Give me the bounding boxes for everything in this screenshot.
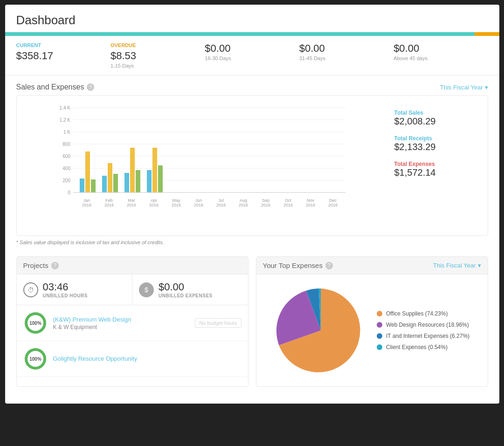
client-expenses-dot: [377, 344, 382, 350]
sales-expenses-title: Sales and Expenses ?: [16, 83, 95, 91]
aging-overdue-sublabel: 1-15 Days: [110, 63, 195, 69]
bar-jan-receipts: [85, 151, 90, 192]
aging-16-30-label: 16-30 Days: [205, 55, 290, 61]
dollar-icon: $: [139, 282, 154, 297]
svg-text:100%: 100%: [29, 357, 41, 362]
svg-text:May: May: [172, 198, 180, 203]
bar-jan-sales: [80, 178, 84, 192]
svg-text:Jun: Jun: [195, 198, 202, 203]
bar-chart-svg: 1.4 K 1.2 K 1 K 800 600 400 200 0: [21, 100, 390, 231]
projects-section: Projects ? ⏱ 03:46 UNBILLED HOURS $ $0.0…: [16, 256, 249, 387]
progress-bar: [5, 32, 499, 36]
project-1-client: K & W Equipment: [53, 324, 190, 330]
unbilled-hours-value: 03:46: [43, 281, 88, 293]
unbilled-expenses-label: UNBILLED EXPENSES: [159, 293, 213, 298]
project-2-name[interactable]: Golightly Resource Opportunity: [53, 355, 242, 362]
aging-overdue-value: $8.53: [110, 50, 195, 62]
svg-text:2016: 2016: [216, 203, 225, 207]
project-row-1: 100% (K&W) Premium Web Design K & W Equi…: [17, 305, 248, 341]
legend-total-expenses: Total Expenses $1,572.14: [394, 161, 478, 178]
svg-text:Feb: Feb: [105, 198, 113, 203]
aging-section: CURRENT $358.17 OVERDUE $8.53 1-15 Days …: [5, 36, 499, 75]
svg-text:1.2 K: 1.2 K: [59, 117, 70, 123]
chart-note: * Sales value displayed is inclusive of …: [5, 236, 499, 249]
svg-text:Sep: Sep: [262, 198, 269, 203]
sales-expenses-title-text: Sales and Expenses: [16, 83, 84, 91]
aging-above-45: $0.00 Above 45 days: [394, 42, 488, 69]
chart-area: 1.4 K 1.2 K 1 K 800 600 400 200 0: [21, 100, 390, 231]
pie-chart-svg: [274, 284, 367, 377]
web-design-label: Web Design Resources (18.96%): [386, 322, 469, 328]
sales-expenses-help-icon[interactable]: ?: [87, 83, 94, 91]
sales-expenses-filter-btn[interactable]: This Fiscal Year ▾: [440, 84, 488, 91]
svg-text:Mar: Mar: [128, 198, 135, 203]
clock-icon: ⏱: [23, 282, 38, 297]
aging-current-value: $358.17: [16, 50, 101, 62]
project-2-donut: 100%: [23, 347, 48, 371]
expenses-fiscal-year-label: This Fiscal Year: [433, 262, 476, 269]
svg-text:Jan: Jan: [83, 198, 90, 203]
aging-current-label: CURRENT: [16, 42, 101, 48]
svg-rect-30: [158, 165, 163, 192]
project-row-2: 100% Golightly Resource Opportunity: [17, 341, 248, 377]
unbilled-expenses-value: $0.00: [159, 281, 213, 293]
legend-total-receipts: Total Receipts $2,133.29: [394, 135, 478, 152]
svg-text:2016: 2016: [104, 203, 113, 207]
svg-rect-29: [152, 148, 157, 192]
fiscal-year-label: This Fiscal Year: [440, 84, 483, 91]
svg-text:2016: 2016: [171, 203, 180, 207]
it-expenses-label: IT and Internet Expenses (6.27%): [386, 333, 469, 339]
client-expenses-label: Client Expenses (0.54%): [386, 344, 448, 350]
project-1-donut: 100%: [23, 311, 48, 335]
chart-section: 1.4 K 1.2 K 1 K 800 600 400 200 0: [16, 95, 488, 236]
total-sales-value: $2,008.29: [394, 116, 478, 127]
expenses-header-left: Your Top Expenses ?: [263, 261, 333, 269]
svg-rect-24: [130, 148, 135, 192]
chevron-down-icon: ▾: [485, 84, 488, 91]
svg-rect-25: [136, 170, 140, 192]
aging-16-30: $0.00 16-30 Days: [205, 42, 299, 69]
progress-bar-fill: [5, 32, 499, 36]
svg-text:2016: 2016: [238, 203, 248, 207]
pie-legend: Office Supplies (74.23%) Web Design Reso…: [377, 310, 469, 350]
svg-text:Dec: Dec: [329, 198, 337, 203]
legend-total-sales: Total Sales $2,008.29: [394, 110, 478, 127]
bottom-sections: Projects ? ⏱ 03:46 UNBILLED HOURS $ $0.0…: [5, 249, 499, 394]
svg-text:2016: 2016: [82, 203, 91, 207]
svg-text:Aug: Aug: [239, 198, 247, 203]
expenses-help-icon[interactable]: ?: [325, 262, 333, 269]
aging-31-45: $0.00 31-45 Days: [299, 42, 394, 69]
aging-16-30-value: $0.00: [205, 42, 290, 55]
svg-text:1.4 K: 1.4 K: [59, 105, 70, 110]
unbilled-hours-label: UNBILLED HOURS: [43, 293, 88, 298]
svg-text:0: 0: [68, 190, 70, 195]
projects-title: Projects: [23, 261, 48, 269]
chevron-down-icon-expenses: ▾: [478, 262, 481, 269]
svg-text:2016: 2016: [261, 203, 270, 207]
projects-help-icon[interactable]: ?: [51, 262, 59, 269]
aging-overdue: OVERDUE $8.53 1-15 Days: [110, 42, 205, 69]
sales-expenses-header: Sales and Expenses ? This Fiscal Year ▾: [5, 75, 499, 95]
expenses-section: Your Top Expenses ? This Fiscal Year ▾: [256, 256, 488, 387]
project-1-info: (K&W) Premium Web Design K & W Equipment: [53, 316, 190, 330]
project-2-info: Golightly Resource Opportunity: [53, 355, 242, 363]
legend-it-expenses: IT and Internet Expenses (6.27%): [377, 333, 469, 339]
expenses-title: Your Top Expenses: [263, 261, 323, 269]
legend-web-design: Web Design Resources (18.96%): [377, 322, 469, 328]
svg-text:2016: 2016: [305, 203, 315, 207]
legend-client-expenses: Client Expenses (0.54%): [377, 344, 469, 350]
office-supplies-dot: [377, 311, 382, 316]
expenses-filter-btn[interactable]: This Fiscal Year ▾: [433, 262, 481, 269]
svg-text:2016: 2016: [149, 203, 158, 207]
svg-rect-18: [102, 176, 107, 192]
total-sales-label: Total Sales: [394, 110, 478, 116]
project-1-name[interactable]: (K&W) Premium Web Design: [53, 316, 190, 323]
svg-text:Apr: Apr: [150, 198, 157, 203]
pie-chart-area: Office Supplies (74.23%) Web Design Reso…: [256, 274, 488, 386]
bar-jan-expenses: [91, 179, 96, 192]
aging-31-45-label: 31-45 Days: [299, 55, 384, 61]
expenses-header: Your Top Expenses ? This Fiscal Year ▾: [256, 257, 488, 274]
svg-text:400: 400: [62, 166, 70, 171]
svg-text:2016: 2016: [193, 203, 203, 207]
projects-stats: ⏱ 03:46 UNBILLED HOURS $ $0.00 UNBILLED …: [17, 274, 248, 305]
